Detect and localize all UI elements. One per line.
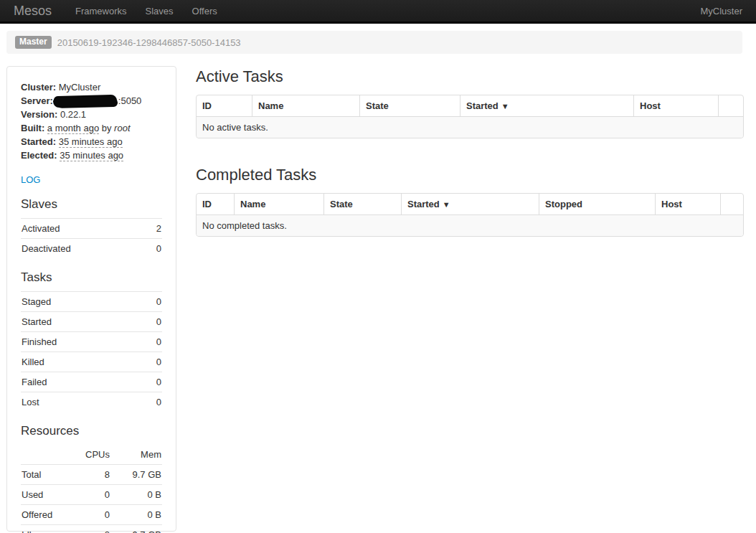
resources-total-cpus: 8: [66, 465, 110, 485]
nav-item-frameworks[interactable]: Frameworks: [66, 6, 136, 16]
navbar-brand-mesos[interactable]: Mesos: [0, 4, 66, 19]
completed-tasks-title: Completed Tasks: [196, 166, 744, 184]
tasks-started-value: 0: [141, 312, 162, 332]
sidebar-panel: Cluster: MyCluster Server::5050 Version:…: [6, 66, 176, 532]
slaves-activated-value: 2: [146, 219, 162, 239]
resources-header-cpus: CPUs: [66, 445, 110, 465]
slaves-table: Activated 2 Deactivated 0: [21, 218, 162, 258]
table-row: Offered 0 0 B: [21, 505, 162, 525]
tasks-staged-label: Staged: [21, 292, 141, 312]
table-row: No completed tasks.: [197, 214, 743, 236]
active-tasks-title: Active Tasks: [196, 67, 744, 86]
slaves-section-title: Slaves: [21, 197, 162, 212]
table-row: Staged 0: [21, 292, 162, 312]
resources-table: CPUs Mem Total 8 9.7 GB Used 0 0 B Offer…: [21, 445, 162, 533]
completed-col-started-label: Started: [407, 199, 440, 209]
tasks-started-label: Started: [21, 312, 141, 332]
table-header-row: ID Name State Started▼ Host: [197, 95, 743, 116]
tasks-lost-value: 0: [141, 392, 162, 412]
active-tasks-empty-message: No active tasks.: [197, 116, 743, 138]
active-col-name[interactable]: Name: [252, 95, 359, 116]
built-label: Built:: [21, 123, 44, 133]
tasks-finished-value: 0: [141, 332, 162, 352]
resources-idle-cpus: 8: [66, 525, 110, 533]
resources-idle-label: Idle: [21, 525, 66, 533]
tasks-summary-table: Staged 0 Started 0 Finished 0 Killed 0 F…: [21, 291, 162, 412]
active-col-state[interactable]: State: [359, 95, 460, 116]
nav-item-offers[interactable]: Offers: [183, 6, 227, 16]
version-info-line: Version: 0.22.1: [21, 108, 162, 121]
resources-used-label: Used: [21, 485, 66, 505]
active-col-actions: [718, 95, 743, 116]
resources-total-mem: 9.7 GB: [110, 465, 162, 485]
completed-col-started[interactable]: Started▼: [401, 194, 539, 214]
navbar-cluster-name: MyCluster: [700, 6, 756, 16]
resources-offered-mem: 0 B: [110, 505, 162, 525]
server-info-line: Server::5050: [21, 94, 162, 108]
nav-item-slaves[interactable]: Slaves: [136, 6, 183, 16]
breadcrumb: Master 20150619-192346-1298446857-5050-1…: [6, 31, 742, 54]
built-by: by: [102, 123, 112, 133]
server-port: :5050: [118, 95, 142, 106]
master-id: 20150619-192346-1298446857-5050-14153: [57, 37, 241, 48]
resources-used-mem: 0 B: [110, 485, 162, 505]
resources-offered-cpus: 0: [66, 505, 110, 525]
built-time: a month ago: [47, 123, 99, 134]
table-row: Activated 2: [21, 219, 162, 239]
table-row: Idle 8 9.7 GB: [21, 525, 162, 533]
built-user: root: [114, 123, 130, 133]
resources-section-title: Resources: [21, 424, 162, 438]
table-row: Lost 0: [21, 392, 162, 412]
tasks-failed-label: Failed: [21, 372, 141, 392]
completed-col-actions: [720, 194, 743, 214]
table-row: Failed 0: [21, 372, 162, 392]
resources-idle-mem: 9.7 GB: [110, 525, 162, 533]
table-row: Total 8 9.7 GB: [21, 465, 162, 485]
started-value: 35 minutes ago: [59, 136, 123, 148]
table-row: Killed 0: [21, 352, 162, 372]
top-navbar: Mesos Frameworks Slaves Offers MyCluster: [0, 0, 756, 24]
table-row: Deactivated 0: [21, 239, 162, 259]
table-row: CPUs Mem: [21, 445, 162, 465]
slaves-deactivated-value: 0: [146, 239, 162, 259]
active-col-id[interactable]: ID: [197, 95, 252, 116]
active-col-started[interactable]: Started▼: [460, 95, 633, 116]
started-label: Started:: [21, 136, 56, 147]
completed-tasks-table: ID Name State Started▼ Stopped Host No c…: [196, 193, 744, 237]
active-col-host[interactable]: Host: [633, 95, 718, 116]
elected-info-line: Elected: 35 minutes ago: [21, 148, 162, 162]
tasks-killed-label: Killed: [21, 352, 141, 372]
log-link[interactable]: LOG: [21, 174, 40, 185]
table-header-row: ID Name State Started▼ Stopped Host: [197, 194, 743, 214]
resources-offered-label: Offered: [21, 505, 66, 525]
elected-value: 35 minutes ago: [60, 150, 123, 161]
tasks-lost-label: Lost: [21, 392, 141, 412]
table-row: Finished 0: [21, 332, 162, 352]
completed-col-stopped[interactable]: Stopped: [539, 194, 655, 214]
tasks-finished-label: Finished: [21, 332, 141, 352]
sort-descending-icon: ▼: [501, 102, 509, 110]
elected-label: Elected:: [21, 150, 57, 161]
completed-col-name[interactable]: Name: [234, 194, 323, 214]
resources-header-spacer: [21, 445, 66, 465]
resources-header-mem: Mem: [110, 445, 162, 465]
cluster-info-line: Cluster: MyCluster: [21, 80, 162, 94]
version-value: 0.22.1: [60, 109, 86, 120]
completed-col-host[interactable]: Host: [655, 194, 720, 214]
slaves-deactivated-label: Deactivated: [21, 239, 146, 259]
server-label: Server:: [21, 95, 53, 106]
active-col-started-label: Started: [466, 100, 499, 111]
server-address-redacted: [55, 96, 116, 107]
cluster-label: Cluster:: [21, 82, 56, 93]
built-info-line: Built: a month ago by root: [21, 121, 162, 135]
tasks-section-title: Tasks: [21, 270, 162, 285]
completed-col-state[interactable]: State: [323, 194, 401, 214]
started-info-line: Started: 35 minutes ago: [21, 135, 162, 148]
slaves-activated-label: Activated: [21, 219, 146, 239]
table-row: Started 0: [21, 312, 162, 332]
active-tasks-table: ID Name State Started▼ Host No active ta…: [196, 95, 744, 138]
completed-col-id[interactable]: ID: [197, 194, 234, 214]
tasks-killed-value: 0: [141, 352, 162, 372]
table-row: No active tasks.: [197, 116, 743, 138]
completed-tasks-empty-message: No completed tasks.: [197, 214, 743, 236]
